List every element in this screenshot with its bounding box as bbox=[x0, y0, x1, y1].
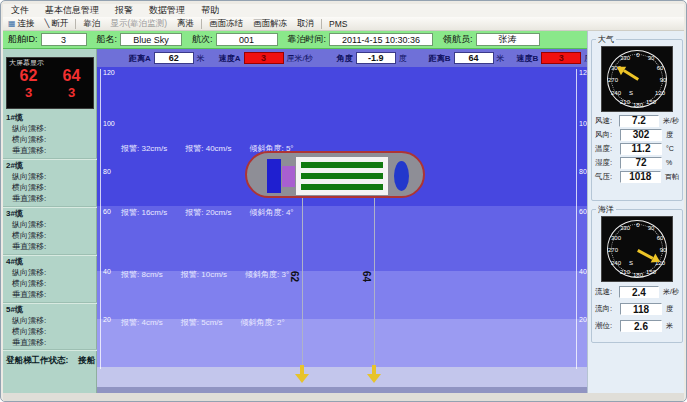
menu-item-help[interactable]: 帮助 bbox=[193, 4, 227, 17]
pressure-unit: 百帕 bbox=[665, 172, 679, 182]
humidity-unit: % bbox=[666, 159, 672, 166]
speed-b-value[interactable]: 3 bbox=[541, 52, 581, 64]
tilt-label: 倾斜角度: 2° bbox=[241, 317, 285, 328]
wind-direction-row: 风向: 302 度 bbox=[595, 128, 679, 141]
alarm-threshold-row: 报警: 8cm/s 报警: 10cm/s 倾斜角度: 3° bbox=[121, 269, 289, 280]
mooring-group-2: 2#缆 纵向漂移: 横向漂移: 垂直漂移: bbox=[3, 158, 97, 206]
toolbar: ▦ 连接 ╲ 断开 靠泊 显示(靠泊监测) 离港 画面冻结 画面解冻 取消 PM… bbox=[3, 17, 684, 31]
speed-a-value[interactable]: 3 bbox=[244, 52, 284, 64]
toolbar-separator bbox=[75, 19, 76, 29]
menu-item-alarm[interactable]: 报警 bbox=[107, 4, 141, 17]
warn-a-label: 报警: 8cm/s bbox=[121, 269, 163, 280]
current-speed-value[interactable]: 2.4 bbox=[619, 286, 659, 298]
screen-freeze-button[interactable]: 画面冻结 bbox=[204, 18, 248, 30]
quay-strip bbox=[97, 367, 587, 387]
distance-line-a-label: 62 bbox=[289, 271, 300, 282]
ship-name-label: 船名: bbox=[97, 33, 118, 46]
menu-bar: 文件 基本信息管理 报警 数据管理 帮助 bbox=[3, 4, 684, 17]
display-monitor-button[interactable]: 显示(靠泊监测) bbox=[105, 18, 172, 30]
current-direction-unit: 度 bbox=[666, 304, 673, 314]
ship-deck bbox=[296, 157, 388, 195]
warn-b-label: 报警: 20cm/s bbox=[185, 207, 231, 218]
temperature-value[interactable]: 11.2 bbox=[620, 143, 662, 155]
menu-item-basic-info[interactable]: 基本信息管理 bbox=[37, 4, 107, 17]
menu-item-file[interactable]: 文件 bbox=[3, 4, 37, 17]
disconnect-button[interactable]: ╲ 断开 bbox=[40, 18, 74, 30]
ship-funnel bbox=[282, 166, 295, 187]
berth-button[interactable]: 靠泊 bbox=[78, 18, 105, 30]
ship-id-input[interactable]: 3 bbox=[41, 33, 87, 46]
compass-tick-label: 300 bbox=[611, 235, 621, 241]
list-item: 纵向漂移: bbox=[3, 315, 97, 326]
list-item: 垂直漂移: bbox=[3, 145, 97, 156]
list-item: 横向漂移: bbox=[3, 230, 97, 241]
current-speed-unit: 米/秒 bbox=[663, 287, 679, 297]
distance-line-a bbox=[302, 198, 303, 367]
berthing-chart-area: 距离A 62 米 速度A 3 厘米/秒 角度 -1.9 度 距离B 64 米 速… bbox=[97, 49, 587, 393]
screen-unfreeze-button[interactable]: 画面解冻 bbox=[248, 18, 292, 30]
voyage-input[interactable]: 001 bbox=[216, 33, 278, 46]
pms-button[interactable]: PMS bbox=[324, 19, 352, 29]
measurement-bar: 距离A 62 米 速度A 3 厘米/秒 角度 -1.9 度 距离B 64 米 速… bbox=[97, 49, 587, 67]
menu-item-data-mgmt[interactable]: 数据管理 bbox=[141, 4, 193, 17]
list-item: 横向漂移: bbox=[3, 134, 97, 145]
ship-info-bar: 船舶ID: 3 船名: Blue Sky 航次: 001 靠泊时间: 2011-… bbox=[3, 31, 587, 49]
compass-tick-label: 210 bbox=[620, 99, 630, 105]
pressure-value[interactable]: 1018 bbox=[620, 171, 661, 183]
warn-a-label: 报警: 16cm/s bbox=[121, 207, 167, 218]
list-item: 纵向漂移: bbox=[3, 219, 97, 230]
angle-value[interactable]: -1.9 bbox=[356, 52, 396, 64]
y-tick-label: 60 bbox=[579, 208, 587, 215]
compass-tick-label: 180 bbox=[633, 102, 643, 108]
warn-a-label: 报警: 4cm/s bbox=[121, 317, 163, 328]
mooring-group-4: 4#缆 纵向漂移: 横向漂移: 垂直漂移: bbox=[3, 254, 97, 302]
pilot-label: 领航员: bbox=[443, 33, 473, 46]
voyage-field: 航次: 001 bbox=[182, 33, 278, 46]
ocean-group: 海洋 0 30 60 90 120 150 180 210 240 270 30… bbox=[591, 209, 683, 343]
y-tick-label: 120 bbox=[579, 69, 587, 76]
y-tick-label: 60 bbox=[103, 208, 111, 215]
tide-level-value[interactable]: 2.6 bbox=[620, 320, 662, 332]
ship-name-input[interactable]: Blue Sky bbox=[120, 33, 182, 46]
list-item: 垂直漂移: bbox=[3, 289, 97, 300]
distance-b-value[interactable]: 64 bbox=[454, 52, 494, 64]
tilt-label: 倾斜角度: 3° bbox=[245, 269, 289, 280]
wind-speed-unit: 米/秒 bbox=[663, 116, 679, 126]
led-distance-a: 62 bbox=[20, 67, 38, 85]
wind-speed-row: 风速: 7.2 米/秒 bbox=[595, 114, 679, 127]
compass-south-label: S bbox=[629, 90, 633, 96]
compass-tick-label: 0 bbox=[636, 222, 639, 228]
berth-time-label: 靠泊时间: bbox=[288, 33, 327, 46]
group-header: 2#缆 bbox=[3, 160, 97, 171]
cancel-button[interactable]: 取消 bbox=[292, 18, 319, 30]
humidity-value[interactable]: 72 bbox=[620, 157, 662, 169]
connect-button[interactable]: ▦ 连接 bbox=[3, 18, 40, 30]
pilot-input[interactable]: 张涛 bbox=[476, 33, 540, 46]
speed-a-unit: 厘米/秒 bbox=[287, 53, 313, 64]
wind-speed-value[interactable]: 7.2 bbox=[619, 115, 659, 127]
list-item: 横向漂移: bbox=[3, 326, 97, 337]
current-direction-value[interactable]: 118 bbox=[620, 303, 662, 315]
deck-stripe bbox=[301, 173, 383, 179]
compass-tick-label: 330 bbox=[620, 55, 630, 61]
ship-id-label: 船舶ID: bbox=[8, 33, 38, 46]
compass-tick-label: 0 bbox=[636, 52, 639, 58]
depart-button[interactable]: 离港 bbox=[172, 18, 199, 30]
wind-direction-value[interactable]: 302 bbox=[620, 129, 662, 141]
group-header: 1#缆 bbox=[3, 112, 97, 123]
distance-a-value[interactable]: 62 bbox=[154, 52, 194, 64]
voyage-label: 航次: bbox=[192, 33, 213, 46]
y-tick-label: 80 bbox=[103, 168, 111, 175]
current-direction-label: 流向: bbox=[595, 304, 620, 314]
y-tick-label: 120 bbox=[103, 69, 115, 76]
distance-a-field: 距离A 62 米 bbox=[129, 52, 205, 64]
warn-a-label: 报警: 32cm/s bbox=[121, 143, 167, 154]
berth-time-input[interactable]: 2011-4-15 10:30:36 bbox=[329, 33, 433, 46]
list-item: 纵向漂移: bbox=[3, 123, 97, 134]
cancel-label: 取消 bbox=[297, 18, 314, 30]
led-panel-title: 大屏幕显示 bbox=[7, 58, 93, 67]
speed-a-label: 速度A bbox=[219, 53, 241, 64]
application-window: 文件 基本信息管理 报警 数据管理 帮助 ▦ 连接 ╲ 断开 靠泊 显示(靠泊监… bbox=[0, 0, 687, 402]
warn-b-label: 报警: 10cm/s bbox=[181, 269, 227, 280]
list-item: 纵向漂移: bbox=[3, 267, 97, 278]
